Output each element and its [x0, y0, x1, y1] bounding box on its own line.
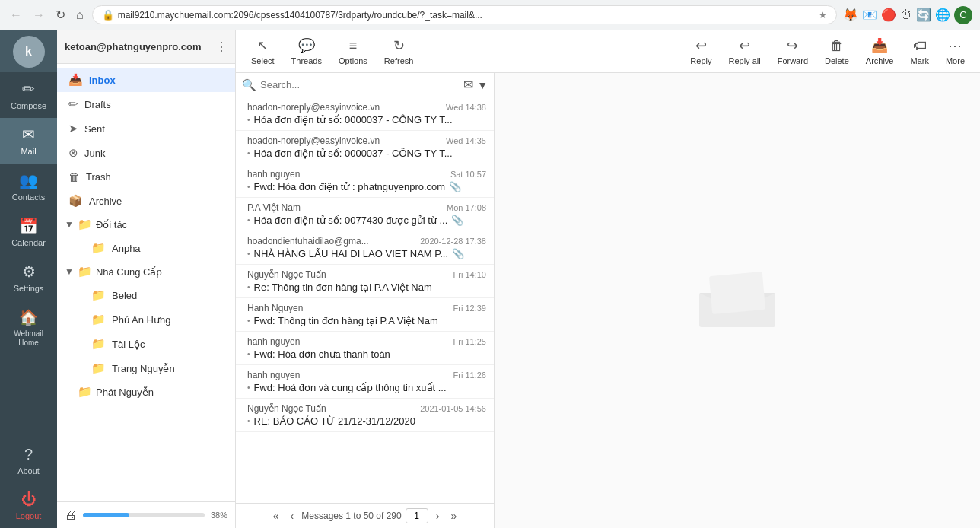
profile[interactable]: C [954, 6, 972, 24]
subfolder-icon-pah: 📁 [91, 313, 106, 326]
sidebar-item-tai-loc[interactable]: 📁 Tài Lộc [80, 332, 235, 356]
ext-2[interactable]: 📧 [862, 8, 877, 22]
list-item[interactable]: hoadondientuhaidilao@gma... 2020-12-28 1… [236, 231, 494, 265]
options-button[interactable]: ≡ Options [331, 34, 375, 69]
email-subject: Re: Thông tin đơn hàng tại P.A Việt Nam [254, 281, 432, 293]
toolbar-left: ↖ Select 💬 Threads ≡ Options ↻ Refresh [243, 33, 421, 69]
filter-icon[interactable]: ✉ [463, 78, 473, 92]
drafts-icon: ✏ [68, 97, 78, 111]
search-input[interactable] [260, 79, 460, 91]
archive-button[interactable]: 📥 Archive [858, 33, 902, 69]
mark-icon: 🏷 [913, 38, 927, 54]
sidebar-item-trang-nguyen[interactable]: 📁 Trang Nguyễn [80, 356, 235, 380]
nav-item-webmail[interactable]: 🏠 WebmailHome [0, 301, 57, 355]
search-icon: 🔍 [242, 78, 256, 92]
ext-3[interactable]: 🔴 [881, 8, 896, 22]
next-page-button[interactable]: › [432, 508, 444, 523]
folder-group-nha-cung-cap-header[interactable]: ▼ 📁 Nhà Cung Cấp [57, 260, 235, 283]
email-subject: Hóa đơn điện tử số: 0000037 - CÔNG TY T.… [254, 114, 453, 126]
nav-item-compose[interactable]: ✏ Compose [0, 72, 57, 118]
folder-icon-3: 📁 [78, 385, 92, 399]
folder-icon-2: 📁 [78, 265, 92, 278]
nav-item-contacts[interactable]: 👥 Contacts [0, 164, 57, 209]
email-time: Fri 11:25 [453, 337, 486, 346]
forward-button[interactable]: ↪ Forward [770, 33, 816, 69]
nha-cung-cap-children: 📁 Beled 📁 Phú An Hưng 📁 Tài Lộc 📁 [57, 283, 235, 380]
page-input[interactable] [406, 508, 428, 523]
folder-group-doi-tac-header[interactable]: ▼ 📁 Đối tác [57, 213, 235, 236]
list-item[interactable]: hoadon-noreply@easyinvoice.vn Wed 14:38 … [236, 97, 494, 131]
forward-button[interactable]: → [30, 6, 47, 24]
account-menu-button[interactable]: ⋮ [215, 40, 228, 54]
sidebar-item-sent[interactable]: ➤ Sent [57, 116, 235, 141]
folder-group-phat-nguyen-header[interactable]: 📁 Phát Nguyễn [57, 380, 235, 403]
contacts-icon: 👥 [19, 171, 38, 189]
ext-5[interactable]: 🔄 [916, 8, 931, 22]
sidebar-item-junk[interactable]: ⊗ Junk [57, 141, 235, 165]
list-item[interactable]: hanh nguyen Fri 11:25 • Fwd: Hóa đơn chư… [236, 332, 494, 365]
delete-icon: 🗑 [830, 38, 844, 54]
mark-button[interactable]: 🏷 Mark [902, 34, 936, 69]
threads-button[interactable]: 💬 Threads [284, 33, 329, 69]
list-item[interactable]: Nguyễn Ngọc Tuấn Fri 14:10 • Re: Thông t… [236, 265, 494, 298]
sidebar-item-archive[interactable]: 📦 Archive [57, 189, 235, 213]
email-time: 2020-12-28 17:38 [420, 237, 486, 246]
list-item[interactable]: hanh nguyen Sat 10:57 • Fwd: Hóa đơn điệ… [236, 164, 494, 198]
email-bullet: • [247, 183, 250, 191]
reply-button[interactable]: ↩ Reply [682, 33, 719, 69]
logout-icon: ⏻ [21, 491, 37, 508]
content-area: 🔍 ✉ ▼ hoadon-noreply@easyinvoice.vn Wed … [236, 73, 980, 528]
email-sender: hoadondientuhaidilao@gma... [247, 236, 369, 247]
email-sender: P.A Việt Nam [247, 202, 301, 213]
nav-item-about[interactable]: ? About [0, 438, 57, 483]
prev-page-button[interactable]: ‹ [287, 508, 298, 523]
archive-toolbar-icon: 📥 [871, 37, 888, 54]
main-area: ↖ Select 💬 Threads ≡ Options ↻ Refresh [236, 30, 980, 528]
sidebar-item-drafts[interactable]: ✏ Drafts [57, 92, 235, 116]
email-time: Sat 10:57 [450, 170, 486, 179]
nav-item-logout[interactable]: ⏻ Logout [0, 483, 57, 528]
ext-6[interactable]: 🌐 [935, 8, 950, 22]
toolbar-right: ↩ Reply ↩ Reply all ↪ Forward 🗑 Delete [682, 33, 972, 69]
email-time: Mon 17:08 [447, 203, 486, 212]
refresh-button[interactable]: ↻ Refresh [377, 33, 422, 69]
sidebar-nav: 📥 Inbox ✏ Drafts ➤ Sent ⊗ Junk 🗑 Tra [57, 64, 235, 501]
home-button[interactable]: ⌂ [74, 6, 86, 24]
sidebar-item-inbox[interactable]: 📥 Inbox [57, 68, 235, 92]
list-item[interactable]: Nguyễn Ngọc Tuấn 2021-01-05 14:56 • RE: … [236, 399, 494, 432]
email-time: Fri 14:10 [453, 270, 486, 279]
sidebar-footer: 🖨 38% [57, 501, 235, 528]
nav-item-calendar[interactable]: 📅 Calendar [0, 209, 57, 255]
email-subject: Fwd: Hóa đơn điện tử : phatnguyenpro.com [254, 181, 446, 192]
list-item[interactable]: P.A Việt Nam Mon 17:08 • Hóa đơn điện tử… [236, 198, 494, 231]
email-subject: NHÀ HÀNG LẨU HAI DI LAO VIET NAM P... [254, 248, 449, 259]
address-bar[interactable]: 🔒 mail9210.maychuemail.com:2096/cpsess14… [92, 5, 837, 24]
search-dropdown-icon[interactable]: ▼ [477, 79, 488, 91]
ext-1[interactable]: 🦊 [843, 8, 858, 22]
subfolder-icon-beled: 📁 [91, 288, 106, 302]
reload-button[interactable]: ↻ [53, 5, 68, 24]
email-list-pane: 🔍 ✉ ▼ hoadon-noreply@easyinvoice.vn Wed … [236, 73, 495, 528]
first-page-button[interactable]: « [269, 508, 283, 523]
nav-item-mail[interactable]: ✉ Mail [0, 118, 57, 164]
email-subject: Hóa đơn điện tử số: 0077430 được gửi từ … [254, 215, 448, 226]
sidebar-item-beled[interactable]: 📁 Beled [80, 283, 235, 307]
list-item[interactable]: Hanh Nguyen Fri 12:39 • Fwd: Thông tin đ… [236, 298, 494, 332]
folder-icon: 📁 [78, 218, 92, 231]
sidebar-item-phu-an-hung[interactable]: 📁 Phú An Hưng [80, 307, 235, 332]
list-item[interactable]: hanh nguyen Fri 11:26 • Fwd: Hoá đơn và … [236, 365, 494, 399]
ext-4[interactable]: ⏱ [900, 8, 912, 22]
url-text: mail9210.maychuemail.com:2096/cpsess1404… [118, 10, 482, 21]
list-item[interactable]: hoadon-noreply@easyinvoice.vn Wed 14:35 … [236, 131, 494, 164]
reply-all-button[interactable]: ↩ Reply all [721, 33, 768, 69]
sidebar-item-trash[interactable]: 🗑 Trash [57, 165, 235, 189]
more-button[interactable]: ⋯ More [938, 33, 972, 69]
sidebar-item-anpha[interactable]: 📁 Anpha [80, 236, 235, 260]
delete-button[interactable]: 🗑 Delete [817, 34, 857, 69]
sidebar-header: ketoan@phatnguyenpro.com ⋮ [57, 30, 235, 64]
doi-tac-children: 📁 Anpha [57, 236, 235, 260]
back-button[interactable]: ← [8, 6, 24, 24]
select-button[interactable]: ↖ Select [243, 33, 282, 69]
nav-item-settings[interactable]: ⚙ Settings [0, 255, 57, 301]
last-page-button[interactable]: » [447, 508, 460, 523]
